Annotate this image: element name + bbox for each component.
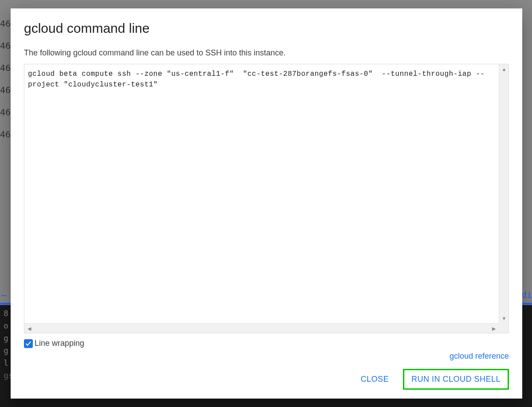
scroll-left-icon[interactable]: ◀	[24, 324, 34, 333]
modal-description: The following gcloud command line can be…	[24, 48, 509, 58]
scroll-corner	[499, 323, 509, 333]
bg-right-text: di	[521, 290, 532, 300]
line-wrapping-row: Line wrapping	[24, 339, 509, 348]
close-button[interactable]: CLOSE	[352, 369, 397, 389]
line-wrapping-checkbox[interactable]	[24, 339, 33, 348]
bg-tilde: ~	[1, 290, 7, 301]
scroll-down-icon[interactable]: ▼	[499, 313, 509, 323]
checkmark-icon	[25, 340, 32, 347]
modal-title: gcloud command line	[24, 21, 509, 36]
horizontal-scrollbar[interactable]: ◀ ▶	[24, 323, 499, 333]
command-text: gcloud beta compute ssh --zone "us-centr…	[24, 64, 509, 333]
bg-line-numbers: 46 46 46 46 46 46	[0, 12, 11, 145]
modal-button-row: CLOSE RUN IN CLOUD SHELL	[24, 369, 509, 390]
gcloud-command-modal: gcloud command line The following gcloud…	[11, 8, 522, 399]
vertical-scrollbar[interactable]: ▲ ▼	[499, 64, 509, 323]
scroll-right-icon[interactable]: ▶	[489, 324, 499, 333]
gcloud-reference-link[interactable]: gcloud reference	[450, 352, 509, 361]
run-in-cloud-shell-button[interactable]: RUN IN CLOUD SHELL	[403, 369, 509, 390]
scroll-up-icon[interactable]: ▲	[499, 64, 509, 74]
command-textarea[interactable]: gcloud beta compute ssh --zone "us-centr…	[24, 64, 509, 333]
line-wrapping-label: Line wrapping	[35, 339, 84, 348]
